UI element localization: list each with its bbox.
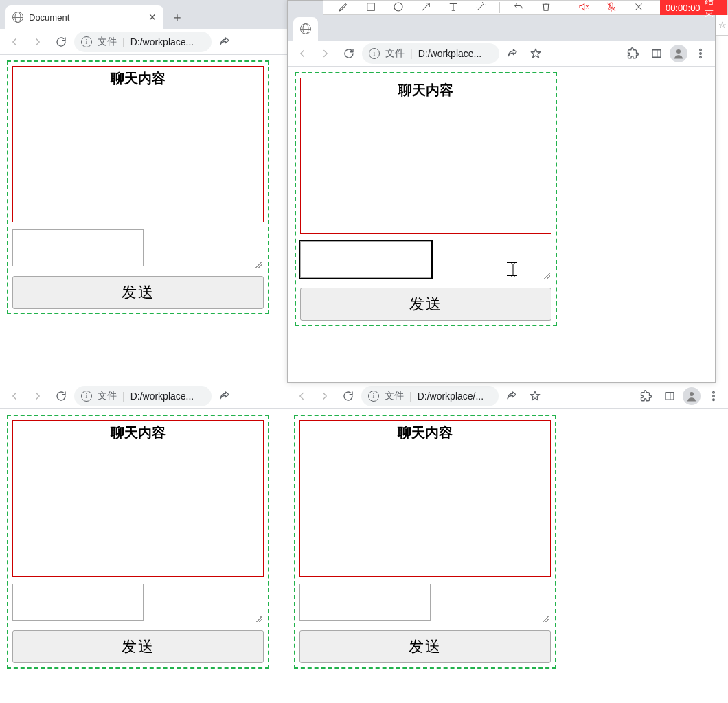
browser-toolbar: i 文件 | D:/workplace... xyxy=(0,383,287,409)
browser-tab[interactable] xyxy=(293,17,318,41)
text-icon[interactable] xyxy=(447,1,459,15)
separator xyxy=(565,2,565,13)
globe-icon xyxy=(12,12,23,23)
new-tab-button[interactable]: ＋ xyxy=(168,8,187,27)
reload-button[interactable] xyxy=(338,386,359,406)
square-icon[interactable] xyxy=(365,1,377,15)
close-tab-icon[interactable]: ✕ xyxy=(148,12,157,23)
menu-button[interactable] xyxy=(703,386,724,406)
back-button[interactable] xyxy=(292,43,312,64)
address-bar[interactable]: i 文件 | D:/workplace... xyxy=(74,386,212,406)
message-input-wrap xyxy=(12,584,264,623)
address-bar[interactable]: i 文件 | D:/workplace... xyxy=(74,32,212,52)
bookmark-button[interactable] xyxy=(525,386,545,406)
sidepanel-button[interactable] xyxy=(646,43,667,64)
svg-point-13 xyxy=(713,398,715,400)
message-input[interactable] xyxy=(12,584,144,621)
browser-window-1: Document ✕ ＋ i 文件 | D:/workplace... 聊天内容… xyxy=(0,0,287,383)
send-button[interactable]: 发送 xyxy=(12,630,264,663)
mute-mic-icon[interactable] xyxy=(605,1,617,15)
scheme-label: 文件 xyxy=(385,390,404,402)
browser-tab[interactable]: Document ✕ xyxy=(5,5,163,29)
page-content: 聊天内容 发送 xyxy=(0,55,287,383)
forward-button[interactable] xyxy=(315,386,335,406)
chat-history: 聊天内容 xyxy=(12,420,264,577)
scheme-label: 文件 xyxy=(385,47,405,60)
scheme-label: 文件 xyxy=(98,36,117,48)
forward-button[interactable] xyxy=(27,32,48,52)
chat-container: 聊天内容 发送 xyxy=(295,72,557,326)
reload-button[interactable] xyxy=(51,32,71,52)
browser-window-4: i 文件 | D:/workplace/... 聊天内容 发送 xyxy=(287,383,728,703)
forward-button[interactable] xyxy=(27,386,48,406)
menu-button[interactable] xyxy=(690,43,711,64)
text-cursor-icon xyxy=(510,263,516,275)
pencil-icon[interactable] xyxy=(337,1,350,15)
share-button[interactable] xyxy=(502,43,523,64)
undo-icon[interactable] xyxy=(512,1,525,15)
trash-icon[interactable] xyxy=(540,1,552,15)
recording-timer: 00:00:00 xyxy=(666,3,701,13)
sidepanel-button[interactable] xyxy=(659,386,680,406)
arrow-icon[interactable] xyxy=(420,1,432,15)
back-button[interactable] xyxy=(291,386,312,406)
chat-header: 聊天内容 xyxy=(111,425,166,440)
page-content: 聊天内容 发送 xyxy=(0,409,287,703)
profile-avatar[interactable] xyxy=(670,45,687,62)
resize-grip-icon[interactable] xyxy=(255,261,262,268)
info-icon[interactable]: i xyxy=(369,48,380,59)
address-bar[interactable]: i 文件 | D:/workplace/... xyxy=(361,386,499,406)
extensions-button[interactable] xyxy=(636,386,657,406)
recording-end-label: 结束 xyxy=(705,0,722,20)
resize-grip-icon[interactable] xyxy=(543,615,549,622)
url-path: D:/workplace... xyxy=(130,36,194,47)
svg-point-5 xyxy=(700,49,702,51)
svg-rect-8 xyxy=(666,392,674,400)
back-button[interactable] xyxy=(4,32,25,52)
svg-point-6 xyxy=(700,52,702,54)
svg-point-1 xyxy=(394,3,402,11)
extensions-button[interactable] xyxy=(623,43,644,64)
share-button[interactable] xyxy=(214,386,235,406)
message-input[interactable] xyxy=(300,241,431,278)
share-button[interactable] xyxy=(214,32,235,52)
url-path: D:/workplace... xyxy=(418,48,482,59)
browser-toolbar: i 文件 | D:/workplace... xyxy=(0,29,287,55)
recording-badge[interactable]: 00:00:00 结束 xyxy=(660,0,727,15)
message-input[interactable] xyxy=(299,584,431,621)
info-icon[interactable]: i xyxy=(368,391,379,402)
browser-window-2: i 文件 | D:/workplace... 聊天内容 发送 xyxy=(287,0,716,383)
info-icon[interactable]: i xyxy=(81,36,92,47)
wand-icon[interactable] xyxy=(475,1,487,15)
address-bar[interactable]: i 文件 | D:/workplace... xyxy=(362,43,499,64)
back-button[interactable] xyxy=(4,386,25,406)
separator xyxy=(499,2,500,13)
forward-button[interactable] xyxy=(315,43,336,64)
mute-audio-icon[interactable] xyxy=(578,1,590,15)
message-input[interactable] xyxy=(12,229,144,266)
send-button[interactable]: 发送 xyxy=(299,630,551,663)
send-button[interactable]: 发送 xyxy=(300,288,551,321)
chat-container: 聊天内容 发送 xyxy=(294,415,556,669)
resize-grip-icon[interactable] xyxy=(255,615,262,622)
reload-button[interactable] xyxy=(339,43,359,64)
resize-grip-icon[interactable] xyxy=(543,273,550,279)
svg-point-10 xyxy=(690,392,694,396)
scheme-label: 文件 xyxy=(98,390,117,402)
reload-button[interactable] xyxy=(51,386,71,406)
info-icon[interactable]: i xyxy=(81,391,92,402)
share-button[interactable] xyxy=(501,386,522,406)
bookmark-button[interactable] xyxy=(525,43,546,64)
close-icon[interactable] xyxy=(633,1,645,15)
send-button[interactable]: 发送 xyxy=(12,276,264,309)
browser-window-3: i 文件 | D:/workplace... 聊天内容 发送 xyxy=(0,383,287,703)
tab-title: Document xyxy=(29,12,69,23)
svg-rect-0 xyxy=(367,3,375,10)
chat-header: 聊天内容 xyxy=(398,82,453,97)
message-input-wrap xyxy=(299,584,551,623)
circle-icon[interactable] xyxy=(392,1,405,15)
page-content: 聊天内容 发送 xyxy=(288,67,715,382)
chat-history: 聊天内容 xyxy=(12,66,264,222)
profile-avatar[interactable] xyxy=(683,387,701,405)
chat-header: 聊天内容 xyxy=(111,71,166,86)
